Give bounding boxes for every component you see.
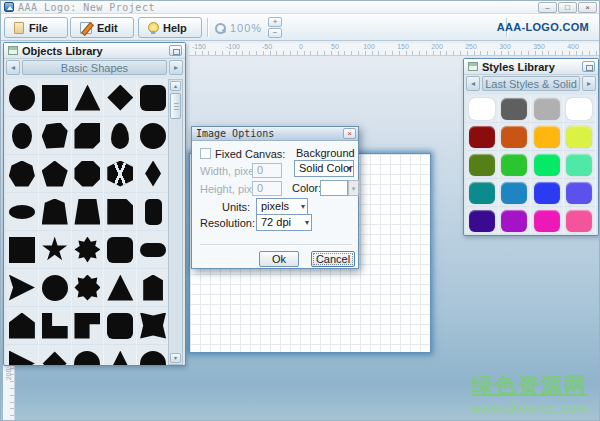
style-swatch-daf243[interactable] (564, 123, 597, 151)
shape-item-diamond[interactable] (104, 79, 137, 117)
brand-link[interactable]: AAA-LOGO.COM (497, 14, 589, 41)
maximize-button[interactable]: □ (558, 2, 577, 13)
shape-item-tall-rounded-rect[interactable] (137, 193, 170, 231)
shape-item-square[interactable] (6, 231, 39, 269)
scrollbar-thumb[interactable] (170, 93, 181, 119)
style-swatch-4fe8a7[interactable] (564, 151, 597, 179)
styles-prev-category-button[interactable]: ◂ (466, 76, 480, 91)
dialog-title[interactable]: Image Options (192, 127, 358, 141)
style-swatch-0a0a0a[interactable] (466, 95, 499, 123)
shape-item-triangle[interactable] (72, 79, 105, 117)
style-swatch-8b0c0c[interactable] (466, 123, 499, 151)
ruler-label: 200 (431, 43, 443, 50)
units-select[interactable]: pixels ▾ (256, 198, 308, 215)
shape-item-badge-star[interactable] (72, 269, 105, 307)
help-button[interactable]: Help (138, 17, 202, 38)
shape-item-round-blob[interactable] (137, 117, 170, 155)
shape-item-pie[interactable] (6, 269, 39, 307)
file-button[interactable]: File (4, 17, 68, 38)
objects-minimize-button[interactable] (169, 45, 182, 56)
resolution-select[interactable]: 72 dpi ▾ (256, 214, 312, 231)
shape-item-blob-circle[interactable] (72, 345, 105, 365)
diamond-shape-icon (107, 85, 133, 111)
dialog-close-icon[interactable]: × (343, 128, 356, 139)
shape-item-star-8[interactable] (72, 231, 105, 269)
styles-minimize-button[interactable] (582, 61, 595, 72)
shape-item-circle[interactable] (6, 79, 39, 117)
color-swatch[interactable] (320, 180, 348, 196)
shape-item-rounded-square2[interactable] (104, 231, 137, 269)
shape-item-cut-hexagon[interactable] (72, 117, 105, 155)
shape-item-house-pentagon[interactable] (6, 307, 39, 345)
shape-item-square[interactable] (39, 79, 72, 117)
zoom-in-button[interactable]: + (268, 17, 282, 27)
shape-item-notched-circle[interactable] (137, 345, 170, 365)
round-blob-shape-icon (140, 123, 166, 149)
shape-item-pentagon[interactable] (39, 155, 72, 193)
style-swatch-1d85c2[interactable] (499, 179, 532, 207)
shape-item-ellipse[interactable] (6, 117, 39, 155)
style-swatch-f4549b[interactable] (564, 207, 597, 235)
scroll-up-button[interactable]: ▴ (170, 81, 181, 91)
objects-prev-category-button[interactable]: ◂ (6, 60, 20, 75)
background-select[interactable]: Solid Color ▾ (294, 160, 354, 177)
shape-item-pill[interactable] (137, 231, 170, 269)
styles-category-selector[interactable]: Last Styles & Solid (482, 76, 580, 91)
objects-scrollbar[interactable]: ▴ ▾ (168, 79, 183, 365)
style-swatch-b0b0b0[interactable] (531, 95, 564, 123)
shape-item-wide-ellipse[interactable] (6, 193, 39, 231)
shape-item-arch[interactable] (39, 193, 72, 231)
shape-item-rounded-square[interactable] (137, 79, 170, 117)
objects-library-header[interactable]: Objects Library (4, 43, 185, 59)
shape-item-l-shape[interactable] (39, 307, 72, 345)
width-input[interactable]: 0 (252, 163, 282, 178)
style-swatch-5f5f5f[interactable] (499, 95, 532, 123)
scroll-down-button[interactable]: ▾ (170, 353, 181, 363)
shape-item-rounded-square3[interactable] (104, 307, 137, 345)
style-swatch-c85514[interactable] (499, 123, 532, 151)
shape-item-soft-triangle[interactable] (104, 345, 137, 365)
shape-item-play-triangle[interactable] (6, 345, 39, 365)
style-swatch-3a0b91[interactable] (466, 207, 499, 235)
style-swatch-06e967[interactable] (531, 151, 564, 179)
pie-shape-icon (9, 275, 35, 301)
shape-item-octagon[interactable] (72, 155, 105, 193)
close-button[interactable]: × (578, 2, 597, 13)
style-swatch-5b52ee[interactable] (564, 179, 597, 207)
shape-item-heptagon[interactable] (6, 155, 39, 193)
edit-button[interactable]: Edit (70, 17, 134, 38)
height-input[interactable]: 0 (252, 181, 282, 196)
shape-item-blob[interactable] (39, 117, 72, 155)
shape-item-concave-square[interactable] (137, 307, 170, 345)
shape-item-trapezoid[interactable] (72, 193, 105, 231)
zoom-out-button[interactable]: − (268, 28, 282, 38)
style-swatch-2bc52f[interactable] (499, 151, 532, 179)
shape-item-thin-diamond[interactable] (137, 155, 170, 193)
fixed-canvas-checkbox[interactable] (200, 148, 211, 159)
shape-item-cut-corner-square[interactable] (104, 193, 137, 231)
style-swatch-567f17[interactable] (466, 151, 499, 179)
shape-item-shield[interactable] (137, 269, 170, 307)
style-swatch-0b8b8b[interactable] (466, 179, 499, 207)
style-swatch-ffb70f[interactable] (531, 123, 564, 151)
cancel-button[interactable]: Cancel (311, 251, 355, 267)
ok-button[interactable]: Ok (259, 251, 299, 267)
color-swatch (501, 154, 527, 176)
styles-library-header[interactable]: Styles Library (464, 59, 598, 75)
shape-item-scalloped-circle[interactable] (39, 269, 72, 307)
minimize-button[interactable]: – (538, 2, 557, 13)
shape-item-star-5[interactable] (39, 231, 72, 269)
shape-item-cube[interactable] (104, 155, 137, 193)
style-swatch-2a3bf2[interactable] (531, 179, 564, 207)
shape-item-rounded-diamond[interactable] (39, 345, 72, 365)
style-swatch-ffffff[interactable] (564, 95, 597, 123)
shape-item-rounded-triangle[interactable] (104, 269, 137, 307)
styles-next-category-button[interactable]: ▸ (582, 76, 596, 91)
shape-item-flag-shape[interactable] (72, 307, 105, 345)
shape-item-egg[interactable] (104, 117, 137, 155)
color-dropdown-arrow[interactable]: ▾ (348, 180, 359, 196)
style-swatch-ee18b9[interactable] (531, 207, 564, 235)
style-swatch-a513c6[interactable] (499, 207, 532, 235)
objects-next-category-button[interactable]: ▸ (169, 60, 183, 75)
objects-category-selector[interactable]: Basic Shapes (22, 60, 167, 75)
